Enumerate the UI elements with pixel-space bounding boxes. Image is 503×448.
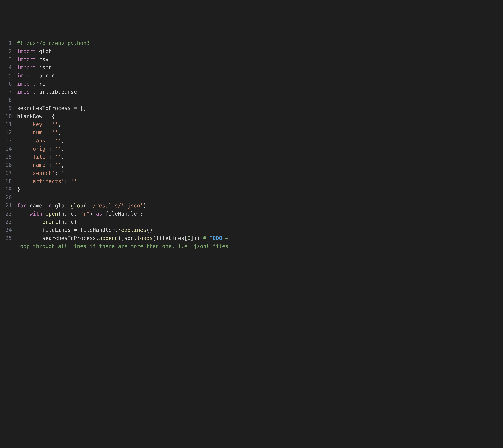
line-number: 13 [3,137,17,145]
token: Loop through all lines if there are more… [17,243,232,249]
code-line[interactable]: 3import csv [3,55,500,64]
code-line[interactable]: 4import json [3,64,500,72]
line-number: 7 [3,88,17,96]
code-content[interactable]: 'name': '', [17,161,500,169]
token: () [146,227,153,233]
line-number: 5 [3,72,17,80]
code-line[interactable]: 6import re [3,80,500,88]
code-content[interactable]: 'rank': '', [17,137,500,145]
code-line[interactable]: 7import urllib.parse [3,88,500,96]
line-number: 19 [3,185,17,193]
token: import [17,64,36,70]
token: "r" [80,211,90,217]
code-line[interactable]: 19} [3,185,500,193]
token [17,154,30,160]
code-line[interactable]: 20 [3,193,500,202]
token: 'rank' [30,138,48,144]
token: '' [52,121,58,127]
code-content[interactable]: import re [17,80,500,88]
code-content[interactable]: } [17,185,500,193]
code-editor[interactable]: 1#! /usr/bin/env python32import glob3imp… [3,36,500,253]
token: , [58,121,61,127]
code-line[interactable]: 18 'artifacts': '' [3,177,500,185]
token: loads [137,235,153,241]
token: , [61,154,64,160]
code-line[interactable]: 1#! /usr/bin/env python3 [3,39,500,47]
code-content[interactable]: import glob [17,47,500,55]
line-number: 15 [3,153,17,161]
token: glob [71,203,83,208]
code-content[interactable]: import csv [17,55,500,64]
token [17,121,30,127]
code-line[interactable]: 10blankRow = { [3,112,500,120]
code-line[interactable]: 17 'search': '', [3,169,500,177]
line-number: 1 [3,39,17,47]
token: 0 [188,235,190,241]
code-line[interactable]: 23 print(name) [3,218,500,226]
code-line[interactable]: 24 fileLines = fileHandler.readlines() [3,226,500,234]
token: name [27,203,46,208]
line-number: 8 [3,96,17,104]
code-content[interactable]: 'search': '', [17,169,500,177]
token: # [203,235,209,241]
code-line[interactable]: 22 with open(name, "r") as fileHandler: [3,210,500,218]
code-line[interactable]: 5import pprint [3,72,500,80]
token: ): [143,203,149,208]
line-number: 25 [3,234,17,242]
code-content[interactable]: #! /usr/bin/env python3 [17,39,500,47]
code-line[interactable]: 25 searchesToProcess.append(json.loads(f… [3,234,500,242]
token: import [17,48,36,54]
code-line[interactable]: 16 'name': '', [3,161,500,169]
code-line[interactable]: 2import glob [3,47,500,55]
token [17,146,30,152]
code-content[interactable]: fileLines = fileHandler.readlines() [17,226,500,234]
code-line[interactable]: 15 'file': '', [3,153,500,161]
line-number: 10 [3,112,17,120]
token: – [222,235,232,241]
token: '' [71,178,77,184]
code-content[interactable]: Loop through all lines if there are more… [17,242,500,250]
code-content[interactable]: blankRow = { [17,112,500,120]
token: import [17,73,36,79]
code-content[interactable]: for name in glob.glob('./results/*.json'… [17,202,500,210]
line-number: 24 [3,226,17,234]
token: 'file' [30,154,48,160]
line-number: 12 [3,128,17,137]
code-content[interactable]: 'artifacts': '' [17,177,500,185]
token: fileHandler: [102,211,143,217]
code-content[interactable]: import json [17,64,500,72]
token: glob. [52,203,71,208]
token: #! /usr/bin/env python3 [17,40,90,46]
code-line[interactable]: 13 'rank': '', [3,137,500,145]
code-content[interactable]: import urllib.parse [17,88,500,96]
code-content[interactable]: 'file': '', [17,153,500,161]
token: fileLines[ [156,235,188,241]
code-content[interactable]: searchesToProcess.append(json.loads(file… [17,234,500,242]
code-line[interactable]: 14 'orig': '', [3,145,500,153]
line-number: 22 [3,210,17,218]
token: name [61,219,74,225]
code-content[interactable]: 'orig': '', [17,145,500,153]
token: , [61,146,64,152]
code-content[interactable]: 'num': '', [17,128,500,137]
code-line[interactable]: 12 'num': '', [3,128,500,137]
token: glob [36,48,52,54]
code-line[interactable]: Loop through all lines if there are more… [3,242,500,250]
code-content[interactable]: print(name) [17,218,500,226]
code-line[interactable]: 21for name in glob.glob('./results/*.jso… [3,202,500,210]
token [17,138,30,144]
code-content[interactable]: import pprint [17,72,500,80]
code-line[interactable]: 9searchesToProcess = [] [3,104,500,112]
code-line[interactable]: 11 'key': '', [3,120,500,128]
token: '' [55,154,61,160]
code-content[interactable]: searchesToProcess = [] [17,104,500,112]
token: open [46,211,58,217]
token: append [99,235,118,241]
line-number: 4 [3,64,17,72]
code-content[interactable]: with open(name, "r") as fileHandler: [17,210,500,218]
code-content[interactable]: 'key': '', [17,120,500,128]
token: : [48,146,55,152]
token: , [58,129,61,135]
token: urllib.parse [36,89,77,95]
code-line[interactable]: 8 [3,96,500,104]
